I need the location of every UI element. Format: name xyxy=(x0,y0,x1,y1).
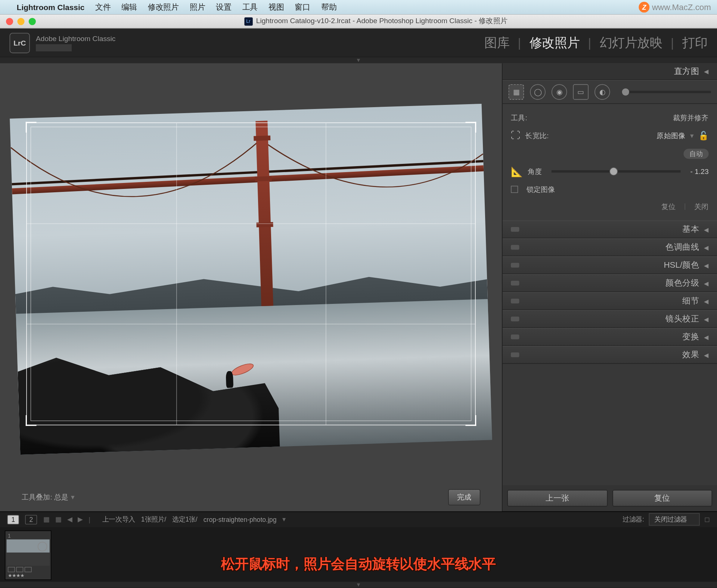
menubar-app-name[interactable]: Lightroom Classic xyxy=(17,3,84,12)
menu-file[interactable]: 文件 xyxy=(95,2,111,13)
histogram-header[interactable]: 直方图◀ xyxy=(503,63,717,80)
tool-overlay-label: 工具叠加: xyxy=(22,492,52,502)
watermark: Zwww.MacZ.com xyxy=(639,2,711,13)
menu-help[interactable]: 帮助 xyxy=(321,2,337,13)
section-basic[interactable]: 基本◀ xyxy=(503,220,717,238)
section-tone-curve[interactable]: 色调曲线◀ xyxy=(503,238,717,256)
module-print[interactable]: 打印 xyxy=(682,34,707,51)
mac-menubar: Lightroom Classic 文件 编辑 修改照片 照片 设置 工具 视图… xyxy=(0,0,717,14)
secondary-toolbar: 1 2 ▦ ▦ ◀ ▶ | 上一次导入 1张照片/ 选定1张/ crop-str… xyxy=(0,511,717,527)
window-close-icon[interactable] xyxy=(6,18,13,25)
lrc-titlebar-icon: Lr xyxy=(244,17,252,25)
angle-slider[interactable] xyxy=(552,170,681,172)
module-slideshow[interactable]: 幻灯片放映 xyxy=(600,34,662,51)
menu-photo[interactable]: 照片 xyxy=(190,2,205,13)
auto-straighten-button[interactable]: 自动 xyxy=(683,149,708,159)
photo-preview[interactable] xyxy=(24,120,478,438)
section-detail[interactable]: 细节◀ xyxy=(503,292,717,310)
module-picker: 图库| 修改照片| 幻灯片放映| 打印 xyxy=(484,34,707,51)
window-titlebar: Lr Lightroom Catalog-v10-2.lrcat - Adobe… xyxy=(0,14,717,28)
crop-handle-tr[interactable] xyxy=(465,122,476,133)
chevron-down-icon[interactable]: ▾ xyxy=(71,493,75,501)
tool-section-label: 工具: xyxy=(511,113,527,123)
bottom-panel-collapse-icon[interactable]: ▼ xyxy=(0,582,717,588)
filename: crop-straighten-photo.jpg xyxy=(204,516,277,523)
angle-value: - 1.23 xyxy=(690,167,709,175)
selected-count: 选定1张/ xyxy=(172,515,198,524)
crop-handle-tl[interactable] xyxy=(26,122,37,133)
brush-size-slider[interactable] xyxy=(622,91,711,93)
graduated-filter-icon[interactable]: ▭ xyxy=(573,84,589,100)
crop-frame-icon[interactable]: ⛶ xyxy=(511,130,521,141)
section-effects[interactable]: 效果◀ xyxy=(503,346,717,364)
crop-reset-button[interactable]: 复位 xyxy=(661,202,676,212)
radial-filter-icon[interactable]: ◐ xyxy=(595,84,610,100)
done-button[interactable]: 完成 xyxy=(448,489,480,505)
previous-button[interactable]: 上一张 xyxy=(507,490,607,507)
breadcrumb[interactable]: 上一次导入 xyxy=(102,515,135,524)
lock-image-checkbox[interactable] xyxy=(511,186,518,193)
right-panel: 直方图◀ ▦ ◯ ◉ ▭ ◐ 工具: 裁剪并修齐 ⛶ 长宽比: xyxy=(502,63,717,511)
identity-plate: Adobe Lightroom Classic xyxy=(36,34,115,51)
crop-handle-br[interactable] xyxy=(465,415,476,426)
section-lens-correction[interactable]: 镜头校正◀ xyxy=(503,310,717,328)
section-color-grading[interactable]: 颜色分级◀ xyxy=(503,274,717,292)
chevron-down-icon[interactable]: ▾ xyxy=(282,516,286,523)
tool-strip: ▦ ◯ ◉ ▭ ◐ xyxy=(503,80,717,104)
filter-select[interactable]: 关闭过滤器 xyxy=(649,513,700,526)
redeye-tool-icon[interactable]: ◉ xyxy=(552,84,567,100)
section-transform[interactable]: 变换◀ xyxy=(503,328,717,346)
crop-tool-panel: 工具: 裁剪并修齐 ⛶ 长宽比: 原始图像 ▾ 🔓 自动 📐 角 xyxy=(503,104,717,220)
reset-button[interactable]: 复位 xyxy=(612,490,712,507)
filmstrip: 1 ★★★★ 松开鼠标时，照片会自动旋转以使水平线水平 xyxy=(0,527,717,582)
thumbnail-rating[interactable]: ★★★★ xyxy=(7,573,50,578)
crop-close-button[interactable]: 关闭 xyxy=(694,202,708,212)
menu-window[interactable]: 窗口 xyxy=(295,2,310,13)
menu-edit[interactable]: 编辑 xyxy=(121,2,137,13)
module-library[interactable]: 图库 xyxy=(484,34,509,51)
app-header: LrC Adobe Lightroom Classic 图库| 修改照片| 幻灯… xyxy=(0,29,717,57)
angle-label: 角度 xyxy=(528,167,542,177)
window-title: Lightroom Catalog-v10-2.lrcat - Adobe Ph… xyxy=(256,16,508,26)
filmstrip-thumbnail[interactable]: 1 ★★★★ xyxy=(5,531,52,580)
grid-view-alt-icon[interactable]: ▦ xyxy=(55,516,61,523)
tool-overlay-value[interactable]: 总是 xyxy=(54,492,68,502)
instruction-caption: 松开鼠标时，照片会自动旋转以使水平线水平 xyxy=(221,555,496,573)
chevron-down-icon[interactable]: ▾ xyxy=(690,131,694,140)
lrc-logo-icon: LrC xyxy=(10,32,30,53)
section-hsl-color[interactable]: HSL/颜色◀ xyxy=(503,256,717,274)
nav-back-icon[interactable]: ◀ xyxy=(67,516,72,523)
crop-tool-icon[interactable]: ▦ xyxy=(509,84,524,100)
crop-overlay[interactable] xyxy=(26,122,475,425)
canvas-area: 工具叠加: 总是 ▾ 完成 xyxy=(0,63,502,511)
window-maximize-icon[interactable] xyxy=(29,18,36,25)
filter-label: 过滤器: xyxy=(623,515,644,524)
thumbnail-image xyxy=(7,539,50,566)
lock-image-label: 锁定图像 xyxy=(527,184,555,195)
menu-tools[interactable]: 工具 xyxy=(242,2,258,13)
tool-section-name: 裁剪并修齐 xyxy=(673,113,709,123)
aspect-value[interactable]: 原始图像 xyxy=(657,131,685,141)
grid-view-icon[interactable]: ▦ xyxy=(43,516,49,523)
top-panel-collapse-icon[interactable]: ▼ xyxy=(0,57,717,63)
aspect-label: 长宽比: xyxy=(525,131,549,141)
menu-view[interactable]: 视图 xyxy=(269,2,284,13)
menu-settings[interactable]: 设置 xyxy=(216,2,232,13)
nav-forward-icon[interactable]: ▶ xyxy=(78,516,83,523)
lock-icon[interactable]: 🔓 xyxy=(698,131,708,140)
display-2-button[interactable]: 2 xyxy=(25,514,37,524)
photo-count: 1张照片/ xyxy=(141,515,167,524)
module-develop[interactable]: 修改照片 xyxy=(530,34,580,51)
filter-toggle-icon[interactable]: ◻ xyxy=(704,516,710,523)
angle-ruler-icon[interactable]: 📐 xyxy=(511,166,523,177)
display-1-button[interactable]: 1 xyxy=(7,514,19,524)
menu-develop[interactable]: 修改照片 xyxy=(148,2,179,13)
spot-removal-icon[interactable]: ◯ xyxy=(530,84,546,100)
window-minimize-icon[interactable] xyxy=(17,18,24,25)
crop-handle-bl[interactable] xyxy=(26,415,37,426)
